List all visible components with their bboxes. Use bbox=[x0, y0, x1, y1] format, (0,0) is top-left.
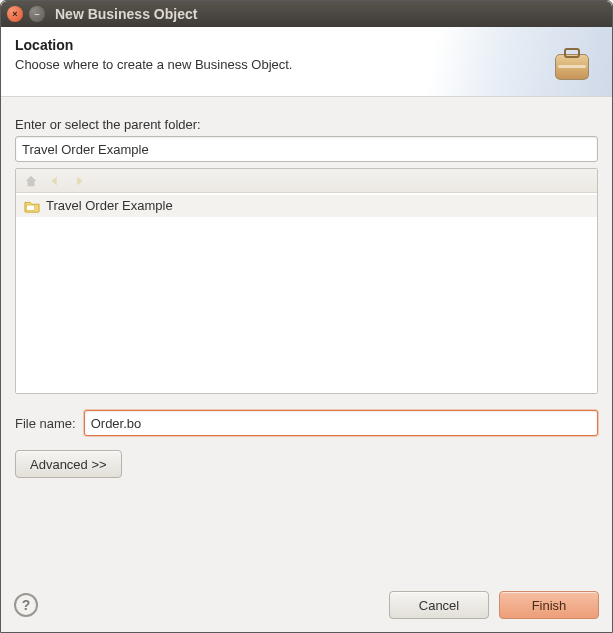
dialog-footer: ? Cancel Finish bbox=[0, 579, 613, 633]
window-title: New Business Object bbox=[55, 6, 197, 22]
wizard-content: Enter or select the parent folder: bbox=[1, 97, 612, 488]
finish-button[interactable]: Finish bbox=[499, 591, 599, 619]
wizard-banner: Location Choose where to create a new Bu… bbox=[1, 27, 612, 97]
tree-item-label: Travel Order Example bbox=[46, 198, 173, 213]
back-icon[interactable] bbox=[48, 174, 62, 188]
parent-folder-label: Enter or select the parent folder: bbox=[15, 117, 598, 132]
parent-folder-input[interactable] bbox=[15, 136, 598, 162]
window-close-button[interactable]: × bbox=[7, 6, 23, 22]
banner-subtext: Choose where to create a new Business Ob… bbox=[15, 57, 598, 72]
advanced-button[interactable]: Advanced >> bbox=[15, 450, 122, 478]
window-minimize-button[interactable]: – bbox=[29, 6, 45, 22]
tree-toolbar bbox=[16, 169, 597, 193]
title-bar: × – New Business Object bbox=[1, 1, 612, 27]
briefcase-icon bbox=[550, 41, 594, 88]
cancel-button[interactable]: Cancel bbox=[389, 591, 489, 619]
home-icon[interactable] bbox=[24, 174, 38, 188]
folder-icon bbox=[24, 199, 40, 213]
folder-tree[interactable]: Travel Order Example bbox=[16, 193, 597, 393]
forward-icon[interactable] bbox=[72, 174, 86, 188]
filename-input[interactable] bbox=[84, 410, 598, 436]
banner-heading: Location bbox=[15, 37, 598, 53]
folder-tree-panel: Travel Order Example bbox=[15, 168, 598, 394]
help-button[interactable]: ? bbox=[14, 593, 38, 617]
svg-rect-3 bbox=[558, 65, 586, 68]
svg-rect-4 bbox=[27, 205, 35, 210]
filename-label: File name: bbox=[15, 416, 76, 431]
tree-item[interactable]: Travel Order Example bbox=[16, 195, 597, 217]
